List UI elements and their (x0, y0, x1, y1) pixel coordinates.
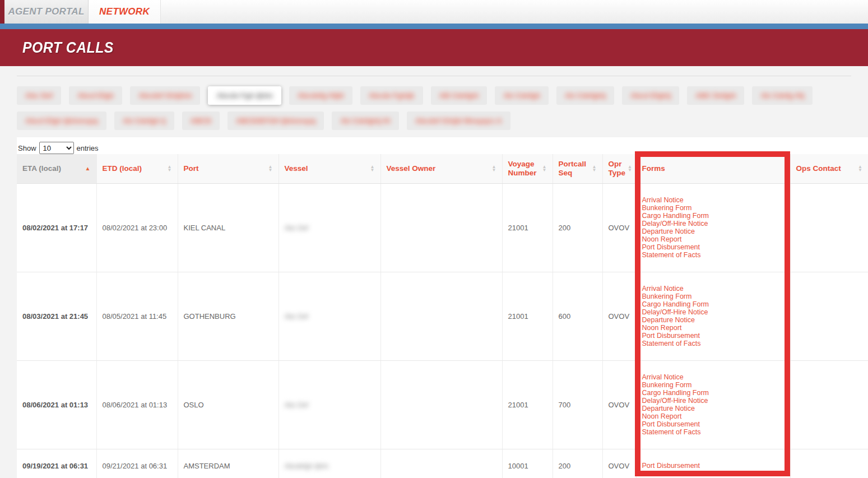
filter-chip-redacted[interactable]: ABCD/EFGH Ijklmnopq (228, 112, 324, 130)
column-header-voyage[interactable]: Voyage Number▲▼ (502, 154, 553, 183)
cell-vessel-owner (380, 449, 502, 478)
top-tab-bar: AGENT PORTAL NETWORK (0, 0, 868, 24)
filter-chip-redacted[interactable]: Abcd Efghij (622, 86, 679, 105)
filter-chip-redacted[interactable]: Abcdef Ghijklm (130, 86, 200, 105)
filter-chip-redacted[interactable]: ABCD (182, 112, 220, 130)
cell-opr-type: OVOV (602, 183, 636, 272)
filter-chip-label-redacted: Abcd Efghij (630, 91, 671, 100)
filter-chip-selected[interactable]: Abcde Fgh Ijklm (208, 86, 281, 105)
filter-chips-row-2: Abcd Efgh IjklmnopqAb Cdefgh IjABCDABCD/… (17, 112, 851, 130)
column-header-label: Opr Type (609, 160, 626, 178)
form-link[interactable]: Departure Notice (642, 228, 785, 235)
filter-chip-label-redacted: Abcdef Ghijkl Mnopqrs A (415, 117, 502, 125)
form-link[interactable]: Statement of Facts (642, 340, 785, 347)
column-header-eta[interactable]: ETA (local)▲ (17, 154, 96, 183)
column-header-etd[interactable]: ETD (local)▲▼ (96, 154, 178, 183)
filter-chip-redacted[interactable]: ABC Defghi (687, 86, 744, 105)
column-header-forms: Forms (636, 154, 790, 183)
filter-chip-label-redacted: Ab Cdefghij (565, 91, 606, 100)
column-header-seq[interactable]: Portcall Seq▲▼ (553, 154, 602, 183)
form-link[interactable]: Noon Report (642, 235, 785, 243)
sort-both-icon: ▲▼ (370, 165, 375, 172)
cell-forms: Port Disbursement (636, 449, 790, 478)
cell-voyage-number: 21001 (502, 360, 553, 449)
filter-chip-redacted[interactable]: Abcdef Ghijkl Mnopqrs A (407, 112, 510, 130)
filter-chip-redacted[interactable]: Abcd Efgh Ijklmnopq (17, 112, 106, 130)
form-link[interactable]: Statement of Facts (642, 428, 785, 436)
form-link[interactable]: Departure Notice (642, 316, 785, 324)
form-link[interactable]: Delay/Off-Hire Notice (642, 397, 785, 405)
sort-both-icon: ▲▼ (492, 165, 496, 172)
form-link[interactable]: Arrival Notice (642, 196, 785, 204)
form-link[interactable]: Port Disbursement (642, 420, 785, 428)
table-row: 09/19/2021 at 06:3109/21/2021 at 06:31AM… (17, 449, 868, 478)
form-link[interactable]: Port Disbursement (642, 243, 785, 251)
form-link[interactable]: Noon Report (642, 324, 785, 332)
vessel-name-redacted: Abc Def (285, 401, 309, 409)
vessel-name-redacted: Abc Def (285, 313, 309, 321)
cell-portcall-seq: 200 (553, 449, 602, 478)
cell-vessel: Abc Def (278, 183, 380, 272)
table-row: 08/02/2021 at 17:1708/02/2021 at 23:00KI… (17, 183, 868, 272)
column-header-label: ETD (local) (103, 164, 142, 173)
cell-eta: 08/02/2021 at 17:17 (17, 183, 96, 272)
form-link[interactable]: Cargo Handling Form (642, 389, 785, 397)
filter-chip-redacted[interactable]: Abcde Fghijk (360, 86, 423, 105)
cell-portcall-seq: 700 (553, 360, 602, 449)
filter-chip-redacted[interactable]: Ab Cdefghij Kl (332, 112, 399, 130)
cell-port: GOTHENBURG (178, 272, 278, 360)
tab-network[interactable]: NETWORK (89, 0, 161, 24)
filter-chip-redacted[interactable]: Abcdefg Hijkl (289, 86, 352, 105)
cell-portcall-seq: 600 (553, 272, 602, 360)
tab-agent-portal[interactable]: AGENT PORTAL (4, 0, 89, 24)
form-link[interactable]: Port Disbursement (642, 462, 785, 470)
form-link[interactable]: Delay/Off-Hire Notice (642, 308, 785, 316)
column-header-port[interactable]: Port▲▼ (178, 154, 278, 183)
form-link[interactable]: Bunkering Form (642, 381, 785, 389)
cell-etd: 08/05/2021 at 11:45 (96, 272, 178, 360)
column-header-label: Forms (642, 164, 665, 173)
tab-bar-left-accent (0, 0, 4, 24)
filter-chip-label-redacted: ABCD/EFGH Ijklmnopq (236, 117, 315, 125)
filter-chip-label-redacted: Abcdefg Hijkl (298, 91, 344, 100)
cell-voyage-number: 21001 (502, 272, 553, 360)
filter-chip-redacted[interactable]: Ab Cdefgh (495, 86, 549, 105)
column-header-vessel[interactable]: Vessel▲▼ (278, 154, 380, 183)
tab-agent-portal-label: AGENT PORTAL (8, 6, 84, 17)
form-link[interactable]: Departure Notice (642, 405, 785, 412)
form-link[interactable]: Statement of Facts (642, 251, 785, 259)
sort-both-icon: ▲▼ (628, 165, 632, 172)
column-header-ops[interactable]: Ops Contact▲▼ (790, 154, 868, 183)
filter-chip-redacted[interactable]: Ab Cdefgh Ij (114, 112, 174, 130)
column-header-label: Vessel (285, 164, 308, 173)
cell-forms: Arrival NoticeBunkering FormCargo Handli… (636, 360, 790, 449)
filter-chip-label-redacted: Ab Cdefgh Ij (123, 117, 166, 125)
filter-chip-label-redacted: Abcde Fgh Ijklm (216, 91, 272, 100)
column-header-vessel_owner[interactable]: Vessel Owner▲▼ (380, 154, 502, 183)
show-entries-prefix: Show (18, 144, 36, 152)
form-link[interactable]: Cargo Handling Form (642, 212, 785, 220)
cell-vessel: Abcdefgh Ijklm (278, 449, 380, 478)
cell-opr-type: OVOV (602, 272, 636, 360)
company-filter-section: Abc DefAbcd EfghAbcdef GhijklmAbcde Fgh … (0, 76, 868, 130)
form-link[interactable]: Bunkering Form (642, 204, 785, 212)
filter-chip-redacted[interactable]: Ab Cdefghij (556, 86, 614, 105)
filter-chip-label-redacted: Ab Cdefg Hij (760, 91, 804, 100)
filter-chip-label-redacted: Abcdef Ghijklm (138, 91, 192, 100)
form-link[interactable]: Delay/Off-Hire Notice (642, 220, 785, 228)
form-link[interactable]: Cargo Handling Form (642, 300, 785, 308)
filter-chip-redacted[interactable]: Abc Def (17, 86, 61, 105)
column-header-opr[interactable]: Opr Type▲▼ (602, 154, 636, 183)
filter-chip-redacted[interactable]: Abcd Efgh (69, 86, 122, 105)
cell-eta: 08/06/2021 at 01:13 (17, 360, 96, 449)
form-link[interactable]: Noon Report (642, 412, 785, 420)
filter-chip-redacted[interactable]: AB Cdefghi (431, 86, 488, 105)
form-link[interactable]: Bunkering Form (642, 293, 785, 300)
form-link[interactable]: Arrival Notice (642, 373, 785, 381)
form-link[interactable]: Port Disbursement (642, 332, 785, 340)
filter-chip-redacted[interactable]: Ab Cdefg Hij (752, 86, 813, 105)
form-link[interactable]: Arrival Notice (642, 285, 785, 293)
cell-port: OSLO (178, 360, 278, 449)
sort-ascending-icon: ▲ (85, 165, 91, 171)
entries-count-select[interactable]: 10 (39, 142, 74, 154)
